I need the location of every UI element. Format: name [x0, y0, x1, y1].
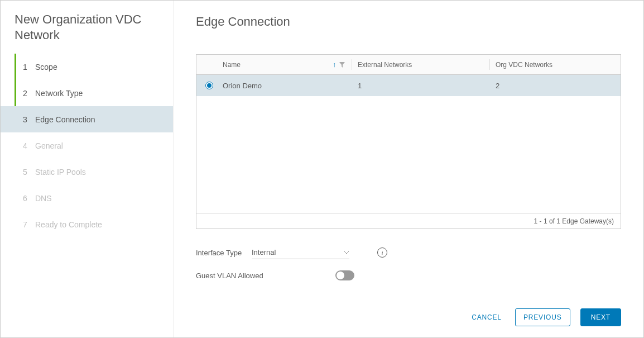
- step-number: 5: [23, 168, 35, 177]
- interface-type-select[interactable]: Internal: [252, 246, 349, 259]
- cell-orgvdc: 2: [494, 82, 621, 90]
- select-value: Internal: [252, 248, 276, 256]
- table-footer: 1 - 1 of 1 Edge Gateway(s): [196, 213, 621, 228]
- interface-type-label: Interface Type: [196, 249, 252, 257]
- col-header-orgvdc[interactable]: Org VDC Networks: [494, 55, 621, 74]
- step-general: 4 General: [1, 132, 173, 159]
- step-label: DNS: [35, 194, 159, 203]
- step-number: 1: [23, 63, 35, 72]
- col-header-label: External Networks: [358, 61, 412, 69]
- chevron-down-icon: [344, 251, 349, 254]
- wizard-title: New Organization VDC Network: [1, 12, 173, 54]
- edge-gateway-table: Name ↑ External Networks Org VDC Network…: [196, 54, 621, 229]
- step-label: Static IP Pools: [35, 168, 159, 177]
- sort-asc-icon[interactable]: ↑: [333, 61, 336, 69]
- next-button[interactable]: NEXT: [580, 308, 621, 326]
- wizard-sidebar: New Organization VDC Network 1 Scope 2 N…: [1, 1, 174, 337]
- step-label: General: [35, 141, 159, 150]
- table-row[interactable]: Orion Demo 1 2: [196, 75, 621, 96]
- step-edge-connection[interactable]: 3 Edge Connection: [1, 106, 173, 132]
- filter-icon[interactable]: [339, 62, 345, 68]
- col-header-label: Org VDC Networks: [496, 61, 552, 69]
- toggle-knob: [337, 272, 344, 279]
- col-header-name[interactable]: Name ↑: [222, 55, 347, 74]
- previous-button[interactable]: PREVIOUS: [515, 308, 570, 326]
- col-separator: [489, 59, 490, 70]
- wizard-main: Edge Connection Name ↑ External Networks: [174, 1, 643, 337]
- col-header-external[interactable]: External Networks: [357, 55, 485, 74]
- step-ready: 7 Ready to Complete: [1, 211, 173, 237]
- step-number: 4: [23, 141, 35, 150]
- row-radio-cell[interactable]: [196, 82, 222, 89]
- cancel-button[interactable]: CANCEL: [468, 309, 505, 326]
- interface-type-row: Interface Type Internal i: [196, 246, 621, 259]
- step-label: Scope: [35, 63, 159, 72]
- guest-vlan-row: Guest VLAN Allowed: [196, 270, 621, 280]
- table-body: Orion Demo 1 2: [196, 75, 621, 213]
- step-network-type[interactable]: 2 Network Type: [1, 80, 173, 106]
- wizard-steps: 1 Scope 2 Network Type 3 Edge Connection…: [1, 54, 173, 237]
- step-label: Network Type: [35, 89, 159, 98]
- step-scope[interactable]: 1 Scope: [1, 54, 173, 80]
- step-number: 6: [23, 194, 35, 203]
- guest-vlan-label: Guest VLAN Allowed: [196, 272, 335, 280]
- table-header-row: Name ↑ External Networks Org VDC Network…: [196, 55, 621, 75]
- col-header-label: Name: [223, 61, 241, 69]
- step-number: 7: [23, 220, 35, 229]
- step-label: Edge Connection: [35, 115, 159, 124]
- wizard-dialog: New Organization VDC Network 1 Scope 2 N…: [0, 0, 644, 338]
- step-label: Ready to Complete: [35, 220, 159, 229]
- step-number: 3: [23, 115, 35, 124]
- wizard-footer: CANCEL PREVIOUS NEXT: [196, 303, 621, 326]
- page-title: Edge Connection: [196, 15, 621, 29]
- col-select: [196, 55, 222, 74]
- table-footer-text: 1 - 1 of 1 Edge Gateway(s): [534, 217, 614, 225]
- radio-selected-icon[interactable]: [205, 82, 213, 89]
- info-icon[interactable]: i: [377, 247, 387, 258]
- step-number: 2: [23, 89, 35, 98]
- step-dns: 6 DNS: [1, 185, 173, 211]
- col-header-controls: ↑: [333, 61, 347, 69]
- cell-external: 1: [357, 82, 485, 90]
- step-static-ip-pools: 5 Static IP Pools: [1, 159, 173, 185]
- form: Interface Type Internal i Guest VLAN All…: [196, 246, 621, 292]
- col-separator: [352, 59, 352, 70]
- guest-vlan-toggle[interactable]: [335, 270, 354, 280]
- cell-name: Orion Demo: [222, 82, 347, 90]
